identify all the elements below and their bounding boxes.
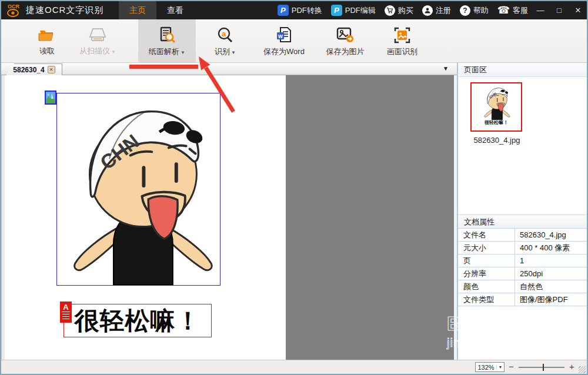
- prop-value: 582630_4.jpg: [515, 229, 587, 241]
- prop-value: 自然色: [515, 280, 587, 293]
- table-row: 元大小400 * 400 像素: [458, 242, 587, 255]
- buy-button[interactable]: 购买: [385, 5, 413, 16]
- screen-capture-icon: [393, 26, 411, 44]
- properties-header: 文档属性: [458, 215, 587, 229]
- right-panel: 页面区 很轻松嘛！ 582630_4.jpg 文档属性 文件名582630_4.…: [458, 63, 587, 360]
- zoom-slider-track[interactable]: [519, 367, 564, 368]
- thumbnail-image: [481, 85, 512, 120]
- cartoon-image: [57, 93, 220, 285]
- pdf-convert-icon: P: [278, 5, 289, 16]
- thumbnail-text: 很轻松嘛！: [485, 120, 508, 125]
- prop-label: 分辨率: [458, 267, 515, 280]
- cart-icon: [385, 5, 395, 16]
- close-button[interactable]: ✕: [573, 6, 583, 15]
- logo-text: OCR: [8, 4, 20, 9]
- chevron-down-icon: ▼: [496, 365, 504, 369]
- word-doc-icon: w: [275, 26, 293, 44]
- help-icon: ?: [460, 5, 470, 16]
- status-bar: 132% ▼ − +: [1, 360, 587, 374]
- pdf-edit-button[interactable]: P PDF编辑: [331, 5, 376, 16]
- table-row: 颜色自然色: [458, 280, 587, 293]
- chevron-down-icon: ▼: [111, 49, 116, 55]
- svg-text:w: w: [278, 32, 283, 39]
- save-as-word-label: 保存为Word: [263, 46, 305, 57]
- titlebar-quick-links: P PDF转换 P PDF编辑 购买 注册 ? 帮助: [278, 1, 528, 19]
- zoom-out-button[interactable]: −: [509, 361, 514, 371]
- folder-open-icon: [38, 27, 56, 43]
- prop-label: 文件名: [458, 229, 515, 241]
- prop-label: 文件类型: [458, 293, 515, 306]
- phone-icon: ☎: [497, 4, 510, 16]
- text-region-selection[interactable]: 很轻松嘛！: [64, 304, 212, 337]
- text-badge-letter: A: [62, 303, 70, 312]
- app-logo-icon: OCR: [6, 3, 21, 18]
- save-as-word-button[interactable]: w 保存为Word: [256, 19, 312, 62]
- read-button[interactable]: 读取: [28, 19, 66, 62]
- support-label: 客服: [513, 5, 528, 16]
- text-region-badge-icon[interactable]: A: [60, 302, 72, 323]
- menu-tab-home[interactable]: 主页: [119, 1, 156, 19]
- tab-close-icon[interactable]: ✕: [48, 66, 55, 73]
- annotation-arrow: [176, 50, 241, 118]
- image-region-badge-icon[interactable]: [45, 91, 56, 105]
- zoom-value: 132%: [476, 364, 496, 371]
- scanner-icon: [88, 27, 107, 43]
- minimize-button[interactable]: —: [535, 6, 546, 15]
- prop-label: 元大小: [458, 242, 515, 254]
- support-button[interactable]: ☎ 客服: [497, 4, 528, 16]
- table-row: 页1: [458, 255, 587, 267]
- svg-text:a: a: [222, 29, 226, 38]
- table-row: 文件类型图像/图像PDF: [458, 293, 587, 306]
- properties-table: 文件名582630_4.jpg 元大小400 * 400 像素 页1 分辨率25…: [458, 229, 587, 306]
- read-label: 读取: [39, 46, 55, 56]
- thumbnail-caption: 582630_4.jpg: [458, 136, 536, 145]
- help-button[interactable]: ? 帮助: [460, 5, 489, 16]
- maximize-button[interactable]: □: [554, 6, 564, 15]
- user-icon: [422, 5, 433, 16]
- document-tab-label: 582630_4: [13, 66, 44, 74]
- zoom-in-button[interactable]: +: [569, 361, 574, 371]
- recognize-icon: a: [216, 26, 234, 44]
- layout-analysis-icon: [158, 26, 176, 44]
- menu-tab-view[interactable]: 查看: [156, 1, 194, 19]
- image-region-selection[interactable]: [56, 93, 220, 286]
- canvas-background: [286, 75, 454, 360]
- from-scanner-label: 从扫描仪: [79, 46, 110, 55]
- menu-tabs: 主页 查看: [119, 1, 194, 19]
- app-title: 捷速OCR文字识别: [26, 5, 103, 16]
- prop-value: 图像/图像PDF: [515, 293, 587, 306]
- buy-label: 购买: [398, 5, 413, 16]
- window-controls: — □ ✕: [535, 1, 583, 19]
- pdf-edit-label: PDF编辑: [345, 5, 376, 16]
- canvas: A 很轻松嘛！: [1, 75, 457, 360]
- prop-label: 颜色: [458, 280, 515, 293]
- document-tab[interactable]: 582630_4 ✕: [6, 63, 62, 75]
- prop-value: 400 * 400 像素: [515, 242, 587, 254]
- zoom-select[interactable]: 132% ▼: [475, 362, 505, 372]
- tab-list-dropdown-icon[interactable]: ▼: [443, 65, 449, 72]
- register-label: 注册: [436, 5, 451, 16]
- layout-analysis-label: 纸面解析: [149, 47, 179, 56]
- title-bar: OCR 捷速OCR文字识别 主页 查看 P PDF转换 P PDF编辑 购买: [1, 1, 587, 19]
- prop-value: 1: [515, 255, 587, 267]
- from-scanner-button[interactable]: 从扫描仪▼: [71, 19, 124, 62]
- save-as-image-label: 保存为图片: [326, 46, 365, 57]
- prop-label: 页: [458, 255, 515, 267]
- pdf-edit-icon: P: [331, 5, 342, 16]
- prop-value: 250dpi: [515, 267, 587, 280]
- pdf-convert-button[interactable]: P PDF转换: [278, 5, 322, 16]
- help-label: 帮助: [473, 5, 489, 16]
- table-row: 分辨率250dpi: [458, 267, 587, 280]
- save-as-image-button[interactable]: 保存为图片: [319, 19, 371, 62]
- ocr-text: 很轻松嘛！: [75, 304, 201, 337]
- zoom-slider-thumb[interactable]: [543, 364, 544, 371]
- pages-header: 页面区: [458, 63, 587, 77]
- app-window: OCR 捷速OCR文字识别 主页 查看 P PDF转换 P PDF编辑 购买: [0, 0, 588, 375]
- register-button[interactable]: 注册: [422, 5, 451, 16]
- table-row: 文件名582630_4.jpg: [458, 229, 587, 242]
- screen-recognize-button[interactable]: 画面识别: [380, 19, 424, 62]
- resize-grip[interactable]: [579, 366, 586, 373]
- page-thumbnail[interactable]: 很轻松嘛！: [470, 82, 522, 132]
- pdf-convert-label: PDF转换: [292, 5, 322, 16]
- toolbar: 读取 从扫描仪▼ 纸面解析▼ a 识别▼ w 保存为Word 保存为图片 画面识…: [1, 19, 587, 63]
